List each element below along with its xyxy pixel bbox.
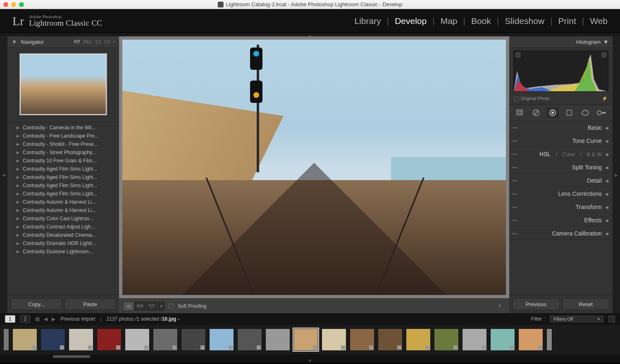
zoom-window-button[interactable] [19, 2, 24, 7]
redeye-tool[interactable] [546, 107, 559, 118]
preset-folder[interactable]: ▶Contrastly Dramatic HDR Lightr... [7, 239, 119, 247]
loupe-view-button[interactable]: ▭ [123, 302, 134, 311]
filmstrip-thumb[interactable] [69, 328, 93, 351]
paste-settings-button[interactable]: Paste [64, 298, 116, 310]
original-photo-wrap[interactable]: Original Photo [514, 96, 550, 101]
main-window-button[interactable]: 1 [5, 315, 15, 323]
soft-proofing-checkbox[interactable] [169, 304, 174, 309]
previous-button[interactable]: Previous [513, 298, 560, 310]
module-tab-web[interactable]: Web [590, 16, 608, 26]
right-panel-collapse[interactable]: ▶ [613, 36, 620, 313]
filmstrip-thumb[interactable] [12, 328, 37, 351]
zoom-1to1[interactable]: 1:1 [95, 40, 101, 44]
module-tab-library[interactable]: Library [354, 16, 381, 26]
filter-lock-button[interactable] [608, 316, 615, 322]
preset-folder[interactable]: ▶Contrastly - Cameras in the Wil... [7, 124, 119, 132]
crop-tool[interactable] [514, 107, 526, 118]
toolbar-options-dropdown[interactable]: ▾ [498, 303, 505, 309]
filmstrip-thumb[interactable] [293, 328, 318, 351]
module-tab-print[interactable]: Print [558, 16, 576, 26]
panel-switch[interactable] [512, 127, 517, 128]
module-tab-book[interactable]: Book [471, 16, 491, 26]
filmstrip-thumb[interactable] [406, 328, 431, 351]
loupe-image[interactable] [122, 40, 506, 295]
zoom-fit[interactable]: FIT [74, 40, 80, 44]
zoom-dropdown-icon[interactable]: ▾ [113, 40, 115, 44]
panel-switch[interactable] [512, 193, 517, 195]
spot-removal-tool[interactable] [530, 107, 542, 118]
navigator-panel-header[interactable]: ▼ Navigator FIT FILL 1:1 1:2 ▾ [7, 36, 119, 48]
before-after-ra-button[interactable]: R|A [135, 302, 145, 311]
filmstrip-thumb[interactable] [3, 328, 9, 351]
reset-button[interactable]: Reset [562, 298, 609, 310]
zoom-fill[interactable]: FILL [83, 40, 92, 44]
filmstrip-thumb[interactable] [462, 328, 487, 351]
original-photo-checkbox[interactable] [514, 97, 519, 101]
graduated-filter-tool[interactable] [563, 107, 575, 118]
panel-switch[interactable] [512, 140, 517, 142]
filmstrip-thumb[interactable] [546, 328, 552, 351]
camera-calibration-panel-header[interactable]: Camera Calibration◀ [509, 227, 613, 240]
navigator-thumbnail[interactable] [18, 52, 108, 117]
detail-panel-header[interactable]: Detail◀ [509, 174, 613, 187]
bw-label[interactable]: B & W [587, 151, 602, 157]
filmstrip-thumb[interactable] [490, 328, 515, 351]
preset-folder[interactable]: ▶Contrastly Contrast Adjust Ligh... [7, 223, 119, 231]
transform-panel-header[interactable]: Transform◀ [509, 200, 613, 214]
filter-preset-select[interactable]: Filters Off▾ [550, 316, 603, 322]
preset-folder[interactable]: ▶Contrastly - Street Photography... [7, 148, 119, 157]
panel-switch[interactable] [512, 207, 517, 208]
lens-corrections-panel-header[interactable]: Lens Corrections◀ [509, 187, 613, 200]
panel-switch[interactable] [512, 220, 517, 221]
source-label[interactable]: Previous Import [60, 316, 95, 322]
filmstrip-thumb[interactable] [125, 328, 150, 351]
close-window-button[interactable] [3, 2, 8, 7]
panel-switch[interactable] [512, 154, 517, 155]
preset-folder[interactable]: ▶Contrastly Autumn & Harvest Li... [7, 206, 119, 214]
panel-switch[interactable] [512, 180, 517, 181]
scrollbar-thumb[interactable] [53, 355, 90, 358]
adjustment-brush-tool[interactable] [596, 107, 608, 118]
histogram-panel-header[interactable]: Histogram ▼ [509, 36, 613, 48]
preset-folder[interactable]: ▶Contrastly - Shotkit - Free Prese... [7, 140, 119, 148]
filmstrip-thumb[interactable] [41, 328, 65, 351]
forward-icon[interactable]: ▶ [52, 316, 55, 322]
minimize-window-button[interactable] [11, 2, 16, 7]
tone-curve-panel-header[interactable]: Tone Curve◀ [509, 134, 613, 148]
radial-filter-tool[interactable] [579, 107, 591, 118]
zoom-ratio[interactable]: 1:2 [104, 40, 110, 44]
before-after-dropdown[interactable]: ▾ [158, 302, 165, 311]
copy-settings-button[interactable]: Copy... [11, 298, 62, 310]
basic-panel-header[interactable]: Basic◀ [509, 121, 613, 134]
panel-switch[interactable] [512, 233, 517, 234]
filmstrip-thumb[interactable] [181, 328, 206, 351]
bottom-panel-collapse-arrow[interactable]: ▼ [0, 359, 620, 363]
filmstrip-thumb[interactable] [153, 328, 178, 351]
effects-panel-header[interactable]: Effects◀ [509, 214, 613, 227]
filmstrip-thumb[interactable] [434, 328, 459, 351]
preset-folder[interactable]: ▶Contrastly Duotone Lightroom... [7, 247, 119, 256]
grid-icon[interactable]: ▦ [35, 316, 40, 322]
back-icon[interactable]: ◀ [44, 316, 48, 322]
preset-folder[interactable]: ▶Contrastly Desaturated Cinema... [7, 231, 119, 239]
preset-folder[interactable]: ▶Contrastly Aged Film Sims Light... [7, 190, 119, 198]
second-window-button[interactable]: 2 [20, 315, 31, 323]
preset-folder[interactable]: ▶Contrastly Color Cast Lightroo... [7, 214, 119, 223]
left-panel-collapse[interactable]: ◀ [0, 36, 7, 313]
preset-folder[interactable]: ▶Contrastly 10 Free Grain & Film... [7, 157, 119, 165]
filmstrip-thumb[interactable] [265, 328, 290, 351]
filmstrip-thumb[interactable] [237, 328, 262, 351]
hsl-label[interactable]: HSL [539, 151, 551, 157]
preset-folder[interactable]: ▶Contrastly Aged Film Sims Light... [7, 173, 119, 181]
filmstrip-thumb[interactable] [97, 328, 122, 351]
before-after-yy-button[interactable]: Y|Y [146, 302, 157, 311]
filmstrip-thumb[interactable] [378, 328, 403, 351]
filmstrip-thumb[interactable] [209, 328, 234, 351]
filmstrip-thumb[interactable] [322, 328, 346, 351]
preset-folder[interactable]: ▶Contrastly Aged Film Sims Light... [7, 165, 119, 173]
filmstrip-thumb[interactable] [518, 328, 543, 351]
hsl-panel-header[interactable]: HSL/ Color/ B & W ◀ [509, 148, 613, 161]
preset-folder[interactable]: ▶Contrastly Autumn & Harvest Li... [7, 198, 119, 206]
module-tab-map[interactable]: Map [441, 16, 458, 26]
preset-folder[interactable]: ▶Contrastly Aged Film Sims Light... [7, 181, 119, 190]
